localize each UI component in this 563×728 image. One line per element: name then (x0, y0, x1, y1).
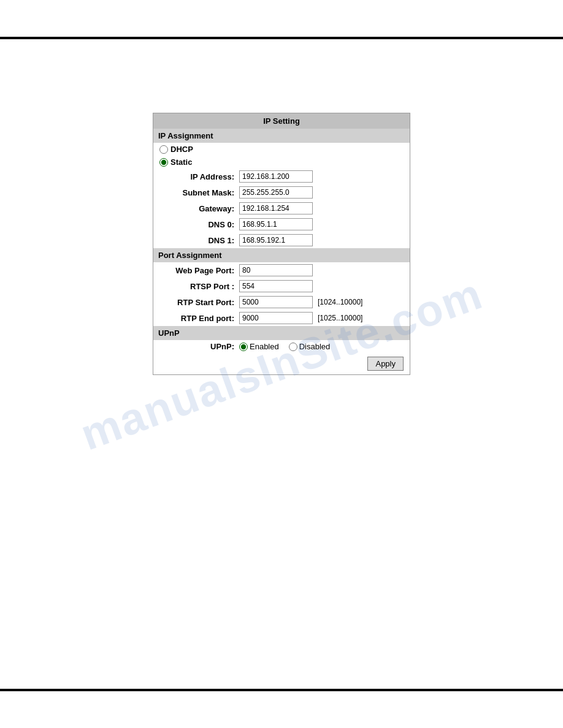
subnet-mask-input[interactable] (239, 186, 313, 199)
ip-address-row: IP Address: (153, 169, 410, 184)
rtsp-port-label: RTSP Port : (159, 282, 239, 291)
gateway-label: Gateway: (159, 204, 239, 213)
upnp-row: UPnP: Enabled Disabled (153, 340, 410, 353)
rtsp-port-input[interactable] (239, 280, 313, 292)
dns1-row: DNS 1: (153, 232, 410, 248)
subnet-mask-label: Subnet Mask: (159, 188, 239, 197)
upnp-enabled-radio[interactable] (239, 343, 248, 351)
rtp-end-port-row: RTP End port: [1025..10000] (153, 310, 410, 326)
gateway-input[interactable] (239, 202, 313, 214)
web-page-port-label: Web Page Port: (159, 266, 239, 275)
web-page-port-input[interactable] (239, 264, 313, 276)
rtp-start-port-row: RTP Start Port: [1024..10000] (153, 294, 410, 310)
upnp-disabled-label: Disabled (299, 342, 331, 351)
ip-assignment-header: IP Assignment (153, 129, 410, 143)
dhcp-label: DHCP (170, 145, 193, 154)
apply-button[interactable]: Apply (367, 357, 404, 371)
rtsp-port-row: RTSP Port : (153, 278, 410, 294)
static-label: Static (170, 157, 192, 167)
rtp-start-port-label: RTP Start Port: (159, 298, 239, 307)
subnet-mask-row: Subnet Mask: (153, 184, 410, 200)
static-row: Static (153, 156, 410, 169)
upnp-enabled-item: Enabled (239, 342, 279, 351)
rtp-end-port-input[interactable] (239, 312, 313, 324)
panel-title: IP Setting (153, 113, 410, 129)
rtp-start-port-input[interactable] (239, 296, 313, 308)
upnp-disabled-item: Disabled (289, 342, 331, 351)
dhcp-radio[interactable] (159, 145, 168, 154)
apply-row: Apply (153, 353, 410, 374)
port-assignment-header: Port Assignment (153, 248, 410, 262)
upnp-header: UPnP (153, 326, 410, 340)
upnp-field-label: UPnP: (159, 342, 239, 351)
rtp-end-port-label: RTP End port: (159, 314, 239, 323)
ip-address-label: IP Address: (159, 172, 239, 181)
upnp-radios: Enabled Disabled (239, 342, 330, 351)
page-content: IP Setting IP Assignment DHCP Static IP … (0, 39, 563, 689)
rtp-start-port-hint: [1024..10000] (318, 298, 362, 306)
static-radio[interactable] (159, 158, 168, 167)
rtp-end-port-hint: [1025..10000] (318, 314, 362, 322)
dns0-row: DNS 0: (153, 216, 410, 232)
upnp-disabled-radio[interactable] (289, 343, 297, 351)
dns0-label: DNS 0: (159, 220, 239, 229)
ip-address-input[interactable] (239, 170, 313, 183)
dns0-input[interactable] (239, 218, 313, 230)
dns1-label: DNS 1: (159, 236, 239, 245)
upnp-enabled-label: Enabled (250, 342, 279, 351)
gateway-row: Gateway: (153, 200, 410, 216)
dns1-input[interactable] (239, 234, 313, 246)
bottom-border (0, 689, 563, 691)
web-page-port-row: Web Page Port: (153, 262, 410, 278)
ip-setting-panel: IP Setting IP Assignment DHCP Static IP … (153, 113, 410, 375)
dhcp-row: DHCP (153, 143, 410, 156)
